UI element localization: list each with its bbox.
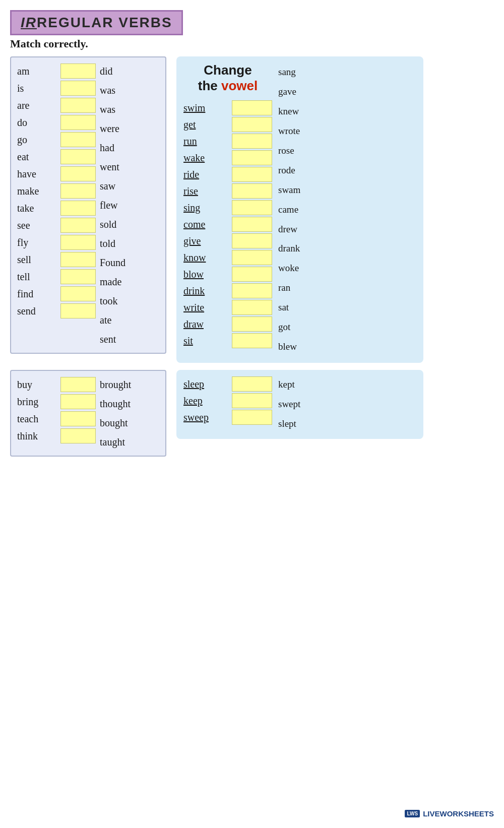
right-verb: made	[100, 272, 125, 291]
vowel-row: ride	[183, 167, 272, 182]
match-row: eat	[17, 149, 96, 164]
answer-box[interactable]	[60, 269, 96, 284]
vowel-answer: got	[278, 317, 300, 337]
vowel-row: swim	[183, 100, 272, 115]
bottom-vowel-col: sleepkeepsweep	[183, 375, 272, 434]
vowel-verb: draw	[183, 319, 229, 330]
bottom-answer-box[interactable]	[60, 377, 96, 392]
answer-box[interactable]	[60, 252, 96, 267]
vowel-verb: sing	[183, 202, 229, 214]
answer-box[interactable]	[60, 98, 96, 113]
bottom-answer-box[interactable]	[60, 411, 96, 426]
match-row: fly	[17, 235, 96, 250]
right-verb: sent	[100, 330, 125, 349]
subtitle: Match correctly.	[10, 37, 494, 50]
answer-box[interactable]	[60, 303, 96, 319]
vowel-answer: ran	[278, 278, 300, 298]
vowel-answer-box[interactable]	[232, 183, 272, 199]
vowel-answer: blew	[278, 337, 300, 357]
vowel-right-verbs: sanggaveknewwroteroserodeswamcamedrewdra…	[278, 62, 300, 357]
answer-box[interactable]	[60, 166, 96, 181]
answer-box[interactable]	[60, 115, 96, 130]
bottom-vowel-answer-box[interactable]	[232, 410, 272, 425]
answer-box[interactable]	[60, 63, 96, 79]
vowel-answer-box[interactable]	[232, 233, 272, 248]
left-verb: find	[17, 288, 57, 300]
left-verb: am	[17, 66, 57, 77]
bottom-match-table: buybringteachthinkbroughtthoughtboughtta…	[10, 370, 166, 457]
right-verb: was	[100, 100, 125, 119]
right-verb: Found	[100, 253, 125, 272]
match-row: make	[17, 183, 96, 199]
answer-box[interactable]	[60, 132, 96, 147]
bottom-match-row: think	[17, 428, 96, 443]
vowel-answer-box[interactable]	[232, 300, 272, 315]
bottom-right-verb: bought	[100, 413, 131, 432]
vowel-row: blow	[183, 267, 272, 282]
vowel-answer: drank	[278, 239, 300, 259]
bottom-vowel-answer-labels: keptsweptslept	[278, 375, 300, 434]
bottom-vowel-answer-box[interactable]	[232, 393, 272, 408]
match-row: am	[17, 63, 96, 79]
vowel-verb: give	[183, 235, 229, 247]
left-verb: sell	[17, 254, 57, 266]
match-row: take	[17, 201, 96, 216]
vowel-answer-box[interactable]	[232, 150, 272, 165]
vowel-answer-box[interactable]	[232, 250, 272, 265]
vowel-answer-box[interactable]	[232, 117, 272, 132]
bottom-answer-box[interactable]	[60, 394, 96, 409]
vowel-verb: get	[183, 119, 229, 131]
answer-box[interactable]	[60, 218, 96, 233]
answer-box[interactable]	[60, 201, 96, 216]
vowel-row: sit	[183, 333, 272, 348]
vowel-row: wake	[183, 150, 272, 165]
vowel-header-line1: Change	[204, 62, 251, 78]
vowel-answer-box[interactable]	[232, 167, 272, 182]
bottom-vowel-row: keep	[183, 393, 272, 408]
answer-box[interactable]	[60, 183, 96, 199]
vowel-verb: come	[183, 219, 229, 230]
left-verb: eat	[17, 151, 57, 163]
bottom-answer-box[interactable]	[60, 428, 96, 443]
bottom-vowel-verb: keep	[183, 395, 229, 407]
liveworksheets-footer: LWS LIVEWORKSHEETS	[405, 809, 494, 818]
vowel-verb: swim	[183, 102, 229, 114]
vowel-verb: write	[183, 302, 229, 313]
vowel-verb: ride	[183, 169, 229, 180]
bottom-vowel-answer-box[interactable]	[232, 376, 272, 392]
vowel-rows: swimgetrunwakeriderisesingcomegiveknowbl…	[183, 99, 272, 350]
match-row: are	[17, 98, 96, 113]
vowel-verb: blow	[183, 269, 229, 280]
vowel-answer-box[interactable]	[232, 217, 272, 232]
vowel-answer: came	[278, 200, 300, 220]
vowel-answer-box[interactable]	[232, 100, 272, 115]
right-verb: flew	[100, 196, 125, 215]
answer-box[interactable]	[60, 149, 96, 164]
answer-box[interactable]	[60, 81, 96, 96]
answer-box[interactable]	[60, 235, 96, 250]
bottom-left-verb: buy	[17, 379, 57, 391]
bottom-vowel-answer: swept	[278, 395, 300, 414]
vowel-verb: run	[183, 136, 229, 147]
answer-box[interactable]	[60, 286, 96, 301]
vowel-answer: wrote	[278, 121, 300, 141]
bottom-vowel-answer: slept	[278, 414, 300, 434]
vowel-answer-box[interactable]	[232, 316, 272, 332]
vowel-answer-box[interactable]	[232, 283, 272, 298]
left-verb: tell	[17, 271, 57, 283]
left-verb: take	[17, 203, 57, 214]
vowel-answer-box[interactable]	[232, 267, 272, 282]
vowel-answer: knew	[278, 102, 300, 121]
vowel-answer-box[interactable]	[232, 200, 272, 215]
right-verb: were	[100, 119, 125, 138]
vowel-answer-box[interactable]	[232, 333, 272, 348]
vowel-row: sing	[183, 200, 272, 215]
bottom-right-verb: thought	[100, 394, 131, 413]
bottom-vowel-row: sweep	[183, 410, 272, 425]
vowel-row: give	[183, 233, 272, 248]
vowel-answer: rose	[278, 141, 300, 161]
vowel-row: rise	[183, 183, 272, 199]
bottom-match-row: bring	[17, 394, 96, 409]
bottom-vowel-rows: sleepkeepsweep	[183, 375, 272, 426]
vowel-answer-box[interactable]	[232, 134, 272, 149]
